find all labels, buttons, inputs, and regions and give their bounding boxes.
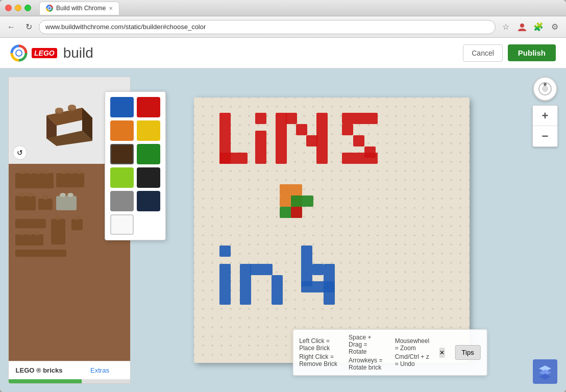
maximize-button[interactable] (24, 5, 31, 11)
svg-rect-56 (280, 184, 302, 195)
svg-point-38 (34, 231, 40, 235)
svg-rect-41 (15, 250, 66, 257)
lego-baseplate[interactable] (194, 97, 470, 363)
svg-rect-61 (219, 246, 231, 257)
svg-rect-27 (38, 199, 53, 210)
svg-point-3 (520, 23, 524, 28)
svg-rect-24 (15, 196, 36, 210)
svg-rect-69 (312, 264, 324, 275)
extensions-icon[interactable]: 🧩 (531, 20, 546, 34)
svg-rect-68 (324, 264, 335, 305)
svg-rect-29 (56, 196, 77, 210)
bookmark-icon[interactable]: ☆ (499, 20, 513, 34)
svg-rect-64 (250, 264, 273, 275)
menu-icon[interactable]: ⚙ (548, 20, 562, 34)
svg-rect-48 (296, 124, 307, 135)
svg-point-19 (43, 170, 49, 174)
svg-point-23 (76, 170, 82, 174)
svg-rect-63 (240, 264, 251, 305)
publish-button[interactable]: Publish (508, 44, 556, 61)
brick-tray-svg (13, 168, 115, 260)
tab-lego-bricks[interactable]: LEGO ® bricks (9, 361, 69, 379)
svg-rect-53 (353, 135, 364, 146)
logo-area: LEGO build (10, 44, 463, 62)
svg-point-71 (278, 113, 283, 118)
svg-rect-44 (255, 113, 266, 124)
main-area: ↺ (0, 68, 566, 392)
svg-point-21 (61, 170, 67, 174)
svg-rect-62 (219, 264, 231, 305)
color-swatch-gray[interactable] (110, 191, 131, 211)
close-button[interactable] (5, 5, 12, 11)
svg-rect-15 (15, 173, 54, 188)
app-header: LEGO build Cancel Publish (0, 38, 566, 68)
title-bar: Build with Chrome ✕ (0, 0, 566, 16)
minimize-button[interactable] (15, 5, 21, 11)
hints-bar: Left Click = Place Brick Right Click = R… (292, 329, 487, 376)
svg-rect-58 (291, 195, 313, 207)
color-swatch-lime[interactable] (110, 167, 131, 188)
svg-rect-20 (56, 173, 84, 187)
hint-space-drag: Space + Drag = Rotate (349, 334, 385, 355)
compass-icon (538, 82, 552, 96)
svg-point-22 (68, 170, 75, 174)
svg-point-2 (48, 7, 51, 10)
hint-arrowkeys: Arrowkeys = Rotate brick (349, 357, 385, 371)
svg-rect-32 (15, 219, 46, 228)
tab-favicon (46, 5, 53, 12)
hints-column-3: Mousewheel = Zoom Cmd/Ctrl + z = Undo (395, 337, 429, 368)
tab-extras[interactable]: Extras (69, 361, 130, 379)
svg-rect-65 (272, 275, 283, 305)
active-tab[interactable]: Build with Chrome ✕ (39, 2, 119, 15)
tab-bar: Build with Chrome ✕ (39, 2, 561, 15)
svg-point-73 (543, 86, 548, 91)
browser-window: Build with Chrome ✕ ← ↻ www.buildwithchr… (0, 0, 566, 392)
zoom-in-button[interactable]: + (533, 106, 557, 126)
nav-icons: ☆ 🧩 ⚙ (499, 20, 562, 34)
builder-area[interactable]: Left Click = Place Brick Right Click = R… (137, 77, 526, 384)
tips-button[interactable]: Tips (455, 345, 481, 360)
svg-point-70 (223, 113, 228, 118)
close-hints-button[interactable]: ✕ (439, 348, 445, 358)
svg-point-30 (60, 193, 66, 197)
progress-bar-fill (9, 379, 82, 383)
svg-rect-35 (15, 234, 43, 246)
color-swatch-dark-brown[interactable] (110, 144, 131, 164)
layers-button[interactable] (533, 359, 557, 384)
cancel-button[interactable]: Cancel (463, 44, 503, 62)
svg-point-25 (19, 193, 25, 197)
right-controls: + − (532, 77, 558, 384)
hints-column-1: Left Click = Place Brick Right Click = R… (299, 337, 338, 368)
svg-rect-45 (255, 131, 266, 164)
svg-rect-39 (71, 219, 83, 230)
profile-icon[interactable] (515, 20, 529, 34)
tab-close-button[interactable]: ✕ (109, 6, 113, 11)
color-swatch-blue[interactable] (110, 97, 131, 117)
svg-point-40 (74, 216, 80, 220)
svg-point-18 (35, 170, 41, 174)
svg-point-28 (42, 195, 48, 200)
hint-right-click: Right Click = Remove Brick (299, 353, 338, 368)
address-bar[interactable]: www.buildwithchrome.com/static/builder#c… (39, 20, 496, 34)
svg-rect-52 (342, 124, 353, 135)
build-text: build (63, 45, 93, 61)
svg-point-36 (19, 231, 25, 235)
rotate-button[interactable]: ↺ (13, 145, 27, 160)
reload-button[interactable]: ↻ (21, 20, 36, 34)
svg-point-34 (55, 216, 61, 220)
svg-rect-47 (286, 113, 297, 124)
color-swatch-white[interactable] (110, 214, 131, 235)
svg-rect-33 (51, 219, 65, 244)
compass-button[interactable] (533, 77, 557, 101)
svg-rect-60 (291, 207, 302, 218)
svg-point-6 (16, 51, 21, 56)
layers-icon (537, 363, 553, 380)
back-button[interactable]: ← (4, 20, 18, 34)
svg-point-11 (68, 105, 76, 110)
svg-rect-46 (276, 113, 287, 164)
zoom-out-button[interactable]: − (533, 126, 557, 146)
color-swatch-orange[interactable] (110, 120, 131, 141)
zoom-controls: + − (532, 105, 558, 147)
tab-title: Build with Chrome (56, 5, 106, 12)
svg-point-31 (67, 193, 73, 197)
